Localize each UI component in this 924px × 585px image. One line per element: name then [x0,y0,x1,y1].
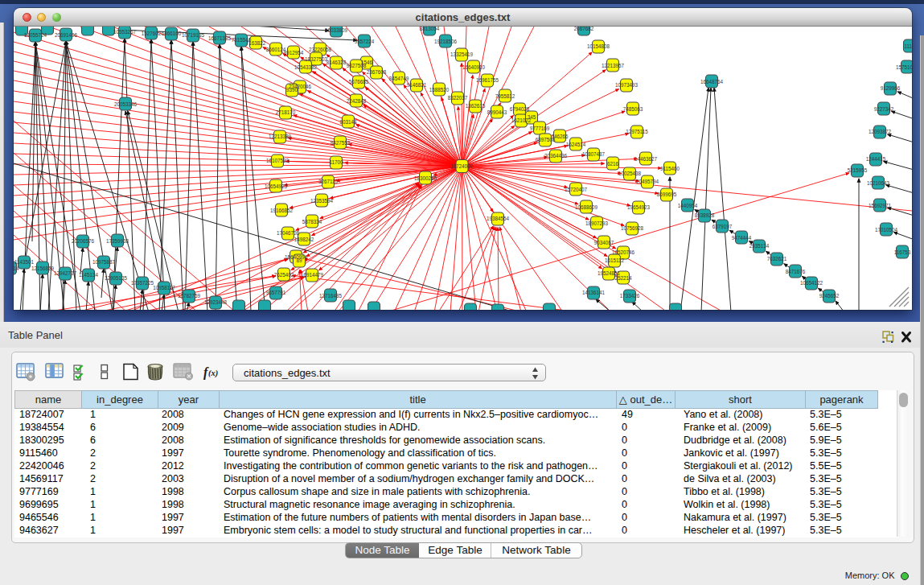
svg-text:18300295: 18300295 [414,175,437,181]
svg-text:8146328: 8146328 [326,60,347,65]
svg-text:19384554: 19384554 [487,216,510,221]
svg-text:23226058: 23226058 [309,47,332,52]
svg-text:7955812: 7955812 [495,93,515,99]
svg-text:16520746: 16520746 [612,249,635,255]
svg-text:1112: 1112 [904,43,912,49]
svg-text:6466160: 6466160 [162,31,182,36]
svg-text:9474444: 9474444 [732,235,752,241]
svg-text:13716485: 13716485 [319,293,343,299]
svg-text:12905135: 12905135 [105,275,128,281]
svg-text:8454749: 8454749 [389,76,409,81]
svg-text:20206576: 20206576 [72,238,95,244]
svg-text:2087682: 2087682 [574,27,594,31]
svg-text:20053346: 20053346 [114,101,138,107]
svg-text:5215955: 5215955 [848,167,868,173]
svg-text:8322037: 8322037 [448,95,468,101]
svg-text:19218506: 19218506 [434,39,458,44]
svg-text:10154808: 10154808 [587,43,610,49]
svg-text:746266: 746266 [551,134,569,139]
svg-text:16033809: 16033809 [325,27,348,33]
svg-text:12156829: 12156829 [31,266,55,271]
svg-text:9129966: 9129966 [881,85,901,91]
svg-text:2242848: 2242848 [347,98,367,104]
svg-text:12093872: 12093872 [869,129,892,134]
svg-text:2935134: 2935134 [749,243,770,249]
svg-text:116753: 116753 [894,249,911,255]
svg-text:12213957: 12213957 [602,63,625,68]
svg-text:20495794: 20495794 [636,179,659,184]
svg-text:11700: 11700 [329,159,343,165]
svg-text:17046708: 17046708 [277,230,300,236]
svg-text:7163822: 7163822 [246,40,266,46]
svg-text:17359938: 17359938 [106,238,129,244]
svg-text:20364436: 20364436 [544,153,568,159]
svg-text:89: 89 [296,257,302,263]
svg-text:16782759: 16782759 [178,293,201,299]
svg-text:7625402: 7625402 [274,272,294,278]
svg-text:10973493: 10973493 [615,82,639,88]
svg-text:19166852: 19166852 [270,208,294,213]
svg-text:12942737: 12942737 [54,270,77,276]
svg-text:15751074: 15751074 [896,64,912,70]
svg-text:10553267: 10553267 [113,29,137,35]
svg-text:(x): (x) [208,369,218,378]
svg-text:9357224: 9357224 [355,39,375,44]
svg-text:9115460: 9115460 [660,166,680,171]
svg-text:16107533: 16107533 [266,158,290,163]
svg-text:391514: 391514 [14,266,19,271]
svg-text:2367608: 2367608 [367,69,387,75]
svg-text:9777169: 9777169 [530,126,550,131]
svg-text:9227342: 9227342 [874,106,894,112]
svg-text:345: 345 [528,114,536,120]
svg-text:18907293: 18907293 [585,220,609,226]
svg-text:18327503: 18327503 [305,56,328,62]
svg-text:12975115: 12975115 [626,129,648,134]
svg-text:10719185: 10719185 [182,32,205,38]
svg-text:1145134: 1145134 [79,272,99,278]
svg-text:9327508: 9327508 [347,63,367,68]
svg-text:8990443: 8990443 [487,109,507,115]
svg-text:17010504: 17010504 [875,227,898,233]
svg-text:12213389: 12213389 [269,134,292,139]
svg-text:1244415: 1244415 [866,156,886,162]
svg-text:10975887: 10975887 [92,259,116,265]
svg-text:10756928: 10756928 [621,225,644,231]
svg-text:15692971: 15692971 [869,203,892,208]
svg-text:14136141: 14136141 [582,290,606,295]
svg-text:1733426: 1733426 [620,293,640,299]
svg-text:20691406: 20691406 [55,32,78,38]
svg-text:3267110: 3267110 [318,179,339,184]
svg-text:10807487: 10807487 [582,151,606,157]
svg-text:14463627: 14463627 [634,156,658,162]
svg-text:8938928: 8938928 [695,212,715,218]
svg-text:10210643: 10210643 [867,180,890,186]
svg-text:803144: 803144 [339,119,357,125]
svg-text:8471676: 8471676 [786,269,806,274]
svg-text:2718170: 2718170 [276,109,296,115]
svg-text:16914479: 16914479 [301,272,324,278]
svg-text:6794028: 6794028 [510,106,530,112]
svg-text:10654923: 10654923 [265,183,288,189]
svg-text:7485063: 7485063 [623,106,643,112]
svg-text:9245652: 9245652 [819,293,840,299]
svg-text:12353594: 12353594 [310,198,334,204]
svg-text:6216: 6216 [607,161,619,167]
svg-text:8699695: 8699695 [657,192,677,197]
svg-text:17357225: 17357225 [131,280,154,286]
svg-text:1615112: 1615112 [605,257,625,263]
svg-text:10958117: 10958117 [153,285,175,290]
svg-text:9390: 9390 [286,87,298,93]
svg-text:1498242: 1498242 [294,237,314,242]
svg-text:10025438: 10025438 [618,171,642,176]
svg-text:1527602: 1527602 [142,31,162,36]
svg-text:10654122: 10654122 [800,280,823,286]
svg-text:5676685: 5676685 [349,79,369,84]
svg-text:9034067: 9034067 [594,240,614,245]
svg-text:16671385: 16671385 [208,35,232,41]
svg-text:5878334: 5878334 [302,219,322,225]
svg-text:13325419: 13325419 [450,51,474,57]
svg-text:9146821: 9146821 [407,82,427,88]
svg-text:8813054: 8813054 [420,27,440,31]
svg-text:8427552: 8427552 [331,140,351,146]
svg-text:252214: 252214 [614,275,632,281]
